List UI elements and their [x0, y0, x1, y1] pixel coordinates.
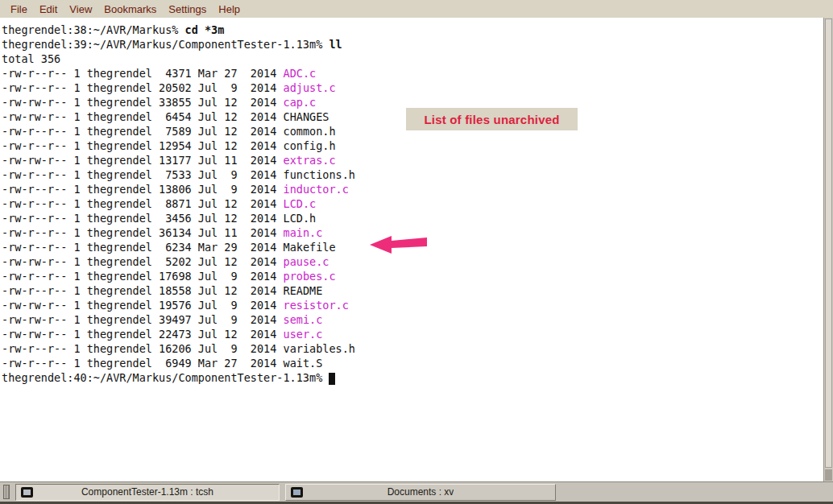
file-name: probes.c	[284, 270, 336, 283]
menu-file[interactable]: File	[5, 2, 34, 17]
terminal-line: -rw-r--r-- 1 thegrendel 4371 Mar 27 2014…	[2, 66, 823, 81]
terminal-line: -rw-r--r-- 1 thegrendel 17698 Jul 9 2014…	[2, 269, 823, 283]
terminal-line: total 356	[2, 52, 823, 66]
menu-edit[interactable]: Edit	[34, 2, 64, 17]
task-label: Documents : xv	[387, 486, 454, 498]
file-name: ADC.c	[284, 67, 317, 80]
command-text: cd *3m	[185, 23, 225, 36]
file-name: LCD.c	[284, 197, 317, 210]
terminal-line: -rw-rw-r-- 1 thegrendel 5202 Jul 12 2014…	[2, 254, 823, 269]
terminal-line: -rw-rw-r-- 1 thegrendel 22473 Jul 12 201…	[2, 327, 823, 341]
terminal-line: -rw-r--r-- 1 thegrendel 12954 Jul 12 201…	[2, 138, 823, 153]
file-meta: -rw-r--r-- 1 thegrendel 7589 Jul 12 2014	[2, 125, 284, 138]
scroll-down-button[interactable]	[825, 469, 832, 481]
terminal-line: -rw-r--r-- 1 thegrendel 18558 Jul 12 201…	[2, 283, 823, 298]
file-meta: -rw-r--r-- 1 thegrendel 8871 Jul 12 2014	[2, 197, 284, 210]
scrollbar[interactable]	[823, 18, 833, 481]
terminal-line: -rw-r--r-- 1 thegrendel 3456 Jul 12 2014…	[2, 211, 823, 225]
file-name: extras.c	[284, 154, 336, 167]
prompt-text: thegrendel:39:~/AVR/Markus/ComponentTest…	[2, 38, 329, 51]
terminal-line: -rw-rw-r-- 1 thegrendel 39497 Jul 9 2014…	[2, 312, 823, 327]
prompt-text: thegrendel:40:~/AVR/Markus/ComponentTest…	[2, 371, 329, 384]
file-name: variables.h	[284, 342, 355, 355]
file-name: resistor.c	[284, 299, 349, 312]
file-name: main.c	[284, 226, 323, 239]
menu-settings[interactable]: Settings	[163, 2, 213, 17]
terminal-line: -rw-r--r-- 1 thegrendel 20502 Jul 9 2014…	[2, 81, 823, 95]
file-meta: -rw-r--r-- 1 thegrendel 17698 Jul 9 2014	[2, 270, 284, 283]
terminal-line: thegrendel:38:~/AVR/Markus% cd *3m	[2, 23, 823, 37]
terminal-line: -rw-r--r-- 1 thegrendel 6949 Mar 27 2014…	[2, 356, 823, 370]
terminal-window: File Edit View Bookmarks Settings Help t…	[0, 0, 833, 504]
terminal-line: thegrendel:39:~/AVR/Markus/ComponentTest…	[2, 37, 823, 52]
file-name: README	[284, 284, 323, 297]
file-name: user.c	[284, 328, 323, 341]
annotation-arrow-icon	[369, 234, 429, 255]
file-meta: -rw-r--r-- 1 thegrendel 6949 Mar 27 2014	[2, 357, 284, 370]
file-meta: -rw-r--r-- 1 thegrendel 36134 Jul 11 201…	[2, 226, 284, 239]
annotation-label: List of files unarchived	[406, 108, 578, 130]
terminal-line: -rw-r--r-- 1 thegrendel 7533 Jul 9 2014 …	[2, 167, 823, 182]
terminal-line: -rw-r--r-- 1 thegrendel 8871 Jul 12 2014…	[2, 196, 823, 211]
taskbar: ComponentTester-1.13m : tcsh Documents :…	[0, 481, 833, 504]
file-name: LCD.h	[284, 212, 317, 225]
menu-bar: File Edit View Bookmarks Settings Help	[0, 0, 833, 18]
terminal-line: thegrendel:40:~/AVR/Markus/ComponentTest…	[2, 370, 823, 385]
image-viewer-icon	[291, 487, 303, 498]
file-name: common.h	[284, 125, 336, 138]
terminal-icon	[21, 487, 33, 498]
file-name: wait.S	[284, 357, 323, 370]
file-meta: -rw-r--r-- 1 thegrendel 7533 Jul 9 2014	[2, 168, 284, 181]
file-name: adjust.c	[284, 81, 336, 94]
scrollbar-thumb[interactable]	[825, 19, 832, 468]
text-cursor	[329, 373, 335, 385]
task-label: ComponentTester-1.13m : tcsh	[81, 486, 213, 498]
file-meta: -rw-r--r-- 1 thegrendel 4371 Mar 27 2014	[2, 67, 284, 80]
file-name: config.h	[284, 139, 336, 152]
prompt-text: thegrendel:38:~/AVR/Markus%	[2, 23, 185, 36]
file-meta: -rw-r--r-- 1 thegrendel 13806 Jul 9 2014	[2, 183, 284, 196]
file-name: cap.c	[284, 96, 317, 109]
file-meta: -rw-rw-r-- 1 thegrendel 33855 Jul 12 201…	[2, 96, 284, 109]
menu-view[interactable]: View	[64, 2, 98, 17]
task-button-xv[interactable]: Documents : xv	[285, 484, 556, 501]
file-name: functions.h	[284, 168, 355, 181]
file-meta: -rw-r--r-- 1 thegrendel 16206 Jul 9 2014	[2, 342, 284, 355]
file-meta: -rw-rw-r-- 1 thegrendel 13177 Jul 11 201…	[2, 154, 284, 167]
task-button-terminal[interactable]: ComponentTester-1.13m : tcsh	[15, 484, 280, 501]
terminal-line: -rw-rw-r-- 1 thegrendel 13177 Jul 11 201…	[2, 153, 823, 167]
file-meta: -rw-r--r-- 1 thegrendel 12954 Jul 12 201…	[2, 139, 284, 152]
file-meta: -rw-r--r-- 1 thegrendel 6234 Mar 29 2014	[2, 241, 284, 254]
file-meta: -rw-rw-r-- 1 thegrendel 19576 Jul 9 2014	[2, 299, 284, 312]
file-meta: -rw-rw-r-- 1 thegrendel 39497 Jul 9 2014	[2, 313, 284, 326]
file-name: pause.c	[284, 255, 329, 268]
file-meta: -rw-r--r-- 1 thegrendel 18558 Jul 12 201…	[2, 284, 284, 297]
file-meta: -rw-r--r-- 1 thegrendel 20502 Jul 9 2014	[2, 81, 284, 94]
terminal-line: -rw-r--r-- 1 thegrendel 16206 Jul 9 2014…	[2, 341, 823, 356]
file-meta: -rw-rw-r-- 1 thegrendel 5202 Jul 12 2014	[2, 255, 284, 268]
taskbar-grip[interactable]	[3, 485, 10, 499]
menu-bookmarks[interactable]: Bookmarks	[98, 2, 163, 17]
output-text: total 356	[2, 52, 60, 65]
file-name: inductor.c	[284, 183, 349, 196]
file-meta: -rw-r--r-- 1 thegrendel 3456 Jul 12 2014	[2, 212, 284, 225]
terminal-line: -rw-r--r-- 1 thegrendel 13806 Jul 9 2014…	[2, 182, 823, 196]
command-text: ll	[329, 38, 342, 51]
file-name: semi.c	[284, 313, 323, 326]
file-name: CHANGES	[284, 110, 329, 123]
file-name: Makefile	[284, 241, 336, 254]
file-meta: -rw-rw-r-- 1 thegrendel 22473 Jul 12 201…	[2, 328, 284, 341]
file-meta: -rw-rw-r-- 1 thegrendel 6454 Jul 12 2014	[2, 110, 284, 123]
menu-help[interactable]: Help	[213, 2, 247, 17]
terminal-line: -rw-rw-r-- 1 thegrendel 19576 Jul 9 2014…	[2, 298, 823, 312]
